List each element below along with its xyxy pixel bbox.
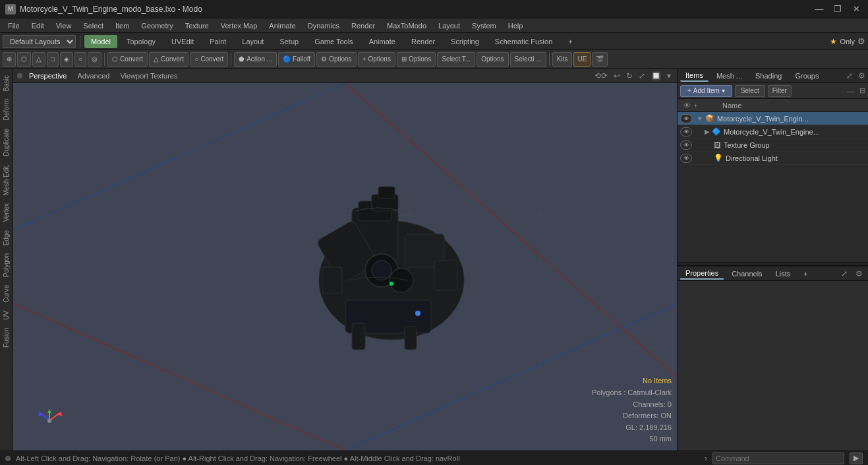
viewport-textures-label[interactable]: Viewport Textures	[116, 71, 181, 80]
sidebar-tab-curve[interactable]: Curve	[1, 281, 11, 307]
add-row-icon[interactable]: +	[693, 102, 697, 109]
falloff-button[interactable]: 🔵 Falloff	[278, 52, 315, 67]
sidebar-tab-uv[interactable]: UV	[1, 307, 11, 324]
menu-animate[interactable]: Animate	[264, 20, 301, 31]
convert-tri-button[interactable]: △ Convert	[149, 52, 188, 67]
layout-tab-setup[interactable]: Setup	[273, 35, 305, 48]
tb-edge-btn[interactable]: ◈	[60, 52, 73, 67]
props-expand-icon[interactable]: ⤢	[838, 268, 850, 279]
tb-nav-btn[interactable]: ⊕	[3, 52, 16, 67]
layout-tab-paint[interactable]: Paint	[203, 35, 233, 48]
add-item-button[interactable]: + Add Item ▾	[680, 85, 732, 97]
sidebar-tab-meshedit[interactable]: Mesh Edit.	[1, 160, 11, 199]
vp-ctrl-redo[interactable]: ↻	[624, 71, 635, 81]
menu-geometry[interactable]: Geometry	[136, 20, 178, 31]
tab-shading[interactable]: Shading	[750, 71, 787, 81]
eye-texture[interactable]: 👁	[680, 140, 692, 150]
layout-tab-layout[interactable]: Layout	[235, 35, 270, 48]
filter-button[interactable]: Filter	[768, 85, 792, 97]
layout-tab-topology[interactable]: Topology	[120, 35, 162, 48]
arrow-root[interactable]: ▼	[697, 115, 703, 122]
item-row-mesh[interactable]: 👁 ▶ 🔷 Motorcycle_V_Twin_Engine...	[678, 125, 868, 139]
vp-ctrl-orient[interactable]: ⟲⟳	[593, 71, 610, 81]
close-button[interactable]: ✕	[850, 4, 863, 15]
sidebar-tab-deform[interactable]: Deform	[1, 95, 11, 125]
options-t-button[interactable]: Options	[477, 52, 508, 67]
layouts-dropdown[interactable]: Default Layouts	[3, 35, 76, 48]
minimize-button[interactable]: —	[813, 4, 826, 15]
viewport-canvas[interactable]: No Items Polygons : Catmull-Clark Channe…	[13, 83, 677, 450]
tb-loop-btn[interactable]: ◎	[88, 52, 101, 67]
tab-groups[interactable]: Groups	[790, 71, 824, 81]
maximize-button[interactable]: ❐	[831, 4, 844, 15]
vp-ctrl-expand[interactable]: ⤢	[637, 71, 647, 81]
sidebar-tab-edge[interactable]: Edge	[1, 226, 11, 249]
menu-texture[interactable]: Texture	[180, 20, 214, 31]
layout-tab-render[interactable]: Render	[405, 35, 442, 48]
items-settings-icon[interactable]: ⚙	[858, 71, 865, 80]
menu-edit[interactable]: Edit	[26, 20, 49, 31]
run-command-button[interactable]: ▶	[850, 452, 863, 464]
kits-button[interactable]: Kits	[552, 52, 573, 67]
unreal-button[interactable]: UE	[573, 52, 591, 67]
settings-icon[interactable]: ⚙	[857, 36, 865, 46]
vp-ctrl-undo[interactable]: ↩	[612, 71, 622, 81]
sidebar-tab-basic[interactable]: Basic	[1, 71, 11, 95]
tb-poly-btn[interactable]: ⬡	[17, 52, 31, 67]
tb-quad-btn[interactable]: □	[47, 52, 59, 67]
layout-tab-animate[interactable]: Animate	[362, 35, 402, 48]
props-tab-properties[interactable]: Properties	[680, 268, 724, 280]
menu-render[interactable]: Render	[346, 20, 380, 31]
menu-select[interactable]: Select	[78, 20, 109, 31]
props-tab-add[interactable]: +	[798, 268, 813, 279]
status-expand-icon[interactable]: ›	[705, 454, 707, 463]
viewport-advanced-label[interactable]: Advanced	[73, 71, 113, 80]
tb-tri-btn[interactable]: △	[32, 52, 45, 67]
eye-light[interactable]: 👁	[680, 154, 692, 163]
vp-ctrl-grid[interactable]: 🔲	[649, 71, 663, 81]
render-button[interactable]: 🎬	[592, 52, 608, 67]
menu-item[interactable]: Item	[110, 20, 134, 31]
eye-root[interactable]: 👁	[680, 114, 692, 123]
options-1-button[interactable]: ⚙ Options	[316, 52, 356, 67]
item-row-texture[interactable]: 👁 🖼 Texture Group	[678, 139, 868, 152]
layout-tab-uvedit[interactable]: UVEdit	[165, 35, 200, 48]
item-row-light[interactable]: 👁 💡 Directional Light	[678, 152, 868, 165]
convert-poly-button[interactable]: ⬡ Convert	[107, 52, 148, 67]
layout-tab-schematic[interactable]: Schematic Fusion	[488, 35, 559, 48]
items-expand-icon[interactable]: ⤢	[846, 71, 853, 80]
tb-vert-btn[interactable]: ○	[74, 52, 86, 67]
menu-dynamics[interactable]: Dynamics	[303, 20, 345, 31]
menu-help[interactable]: Help	[503, 20, 529, 31]
eye-mesh[interactable]: 👁	[680, 127, 692, 137]
menu-layout[interactable]: Layout	[433, 20, 465, 31]
command-input[interactable]	[712, 452, 844, 464]
convert-vert-button[interactable]: ○ Convert	[190, 52, 228, 67]
item-row-root[interactable]: 👁 ▼ 📦 Motorcycle_V_Twin_Engin...	[678, 112, 868, 125]
menu-view[interactable]: View	[51, 20, 77, 31]
menu-file[interactable]: File	[3, 20, 25, 31]
sidebar-tab-vertex[interactable]: Vertex	[1, 199, 11, 226]
layout-tab-scripting[interactable]: Scripting	[444, 35, 486, 48]
select-t-button[interactable]: Select T...	[437, 52, 475, 67]
select-button[interactable]: Select	[735, 85, 765, 97]
action-button[interactable]: ⬟ Action ...	[234, 52, 277, 67]
tab-items[interactable]: Items	[680, 70, 709, 82]
props-tab-channels[interactable]: Channels	[726, 268, 767, 279]
options-3-button[interactable]: ⊞ Options	[397, 52, 436, 67]
sidebar-tab-polygon[interactable]: Polygon	[1, 249, 11, 281]
layout-tab-model[interactable]: Model	[84, 35, 117, 48]
layout-tab-add[interactable]: +	[562, 35, 579, 48]
menu-vertexmap[interactable]: Vertex Map	[216, 20, 263, 31]
select-i-button[interactable]: Selecti ...	[510, 52, 546, 67]
sidebar-tab-fusion[interactable]: Fusion	[1, 324, 11, 352]
sidebar-tab-duplicate[interactable]: Duplicate	[1, 125, 11, 160]
menu-system[interactable]: System	[467, 20, 502, 31]
props-settings-icon[interactable]: ⚙	[853, 268, 865, 279]
arrow-mesh[interactable]: ▶	[705, 128, 710, 135]
items-list-minus[interactable]: —	[847, 87, 854, 95]
layout-tab-gametools[interactable]: Game Tools	[308, 35, 360, 48]
tab-mesh[interactable]: Mesh ...	[711, 71, 747, 81]
menu-maxtomodo[interactable]: MaxToModo	[382, 20, 432, 31]
viewport-perspective-label[interactable]: Perspective	[25, 71, 71, 80]
